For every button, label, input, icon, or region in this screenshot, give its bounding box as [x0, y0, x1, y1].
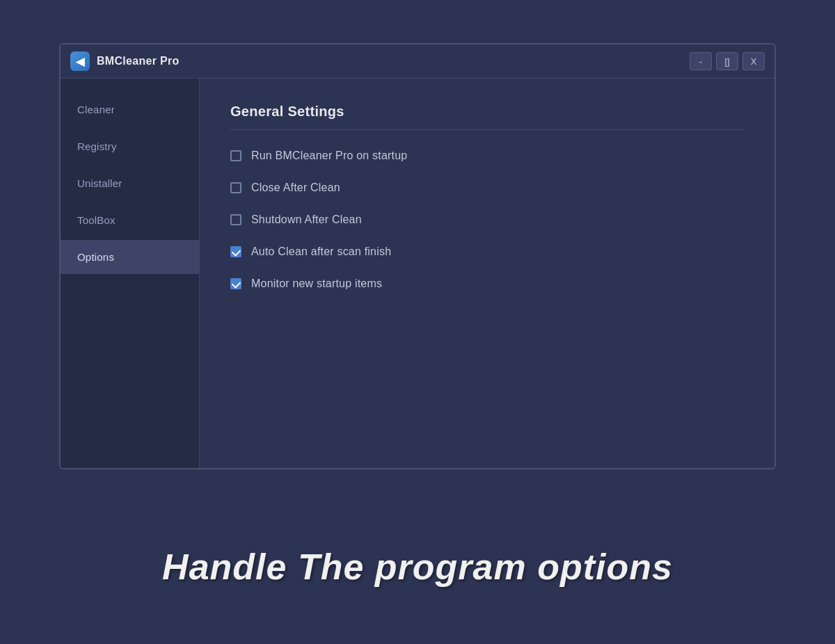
checkbox-3[interactable]: [230, 246, 241, 257]
footer-text: Handle The program options: [14, 504, 821, 588]
option-item-1[interactable]: Close After Clean: [230, 182, 744, 194]
sidebar-item-registry[interactable]: Registry: [61, 129, 199, 163]
minimize-button[interactable]: -: [690, 52, 712, 70]
option-label-3: Auto Clean after scan finish: [251, 245, 391, 258]
app-icon: ◀: [70, 51, 90, 71]
option-item-0[interactable]: Run BMCleaner Pro on startup: [230, 150, 744, 162]
option-label-4: Monitor new startup items: [251, 277, 382, 290]
app-window: ◀ BMCleaner Pro - [] X CleanerRegistryUn…: [59, 43, 776, 469]
app-title: BMCleaner Pro: [97, 55, 180, 67]
checkbox-1[interactable]: [230, 182, 241, 193]
maximize-button[interactable]: []: [716, 52, 738, 70]
footer-section: Handle The program options: [0, 469, 835, 602]
title-bar-left: ◀ BMCleaner Pro: [70, 51, 180, 71]
title-bar: ◀ BMCleaner Pro - [] X: [61, 45, 774, 79]
option-label-1: Close After Clean: [251, 182, 340, 194]
option-item-2[interactable]: Shutdown After Clean: [230, 214, 744, 226]
checkbox-4[interactable]: [230, 278, 241, 289]
option-item-4[interactable]: Monitor new startup items: [230, 277, 744, 290]
close-button[interactable]: X: [742, 52, 765, 70]
main-content: General Settings Run BMCleaner Pro on st…: [200, 79, 774, 468]
option-item-3[interactable]: Auto Clean after scan finish: [230, 245, 744, 258]
sidebar: CleanerRegistryUnistallerToolBoxOptions: [61, 79, 200, 468]
option-label-2: Shutdown After Clean: [251, 214, 362, 226]
option-label-0: Run BMCleaner Pro on startup: [251, 150, 407, 162]
checkbox-2[interactable]: [230, 214, 241, 225]
window-controls: - [] X: [690, 52, 765, 70]
sidebar-item-unistaller[interactable]: Unistaller: [61, 166, 199, 200]
divider: [230, 129, 744, 130]
app-body: CleanerRegistryUnistallerToolBoxOptions …: [61, 79, 774, 468]
section-title: General Settings: [230, 104, 744, 120]
app-icon-symbol: ◀: [76, 55, 84, 68]
checkbox-0[interactable]: [230, 150, 241, 161]
sidebar-item-toolbox[interactable]: ToolBox: [61, 203, 199, 237]
options-list: Run BMCleaner Pro on startupClose After …: [230, 150, 744, 290]
sidebar-item-options[interactable]: Options: [61, 240, 199, 274]
sidebar-item-cleaner[interactable]: Cleaner: [61, 92, 199, 127]
